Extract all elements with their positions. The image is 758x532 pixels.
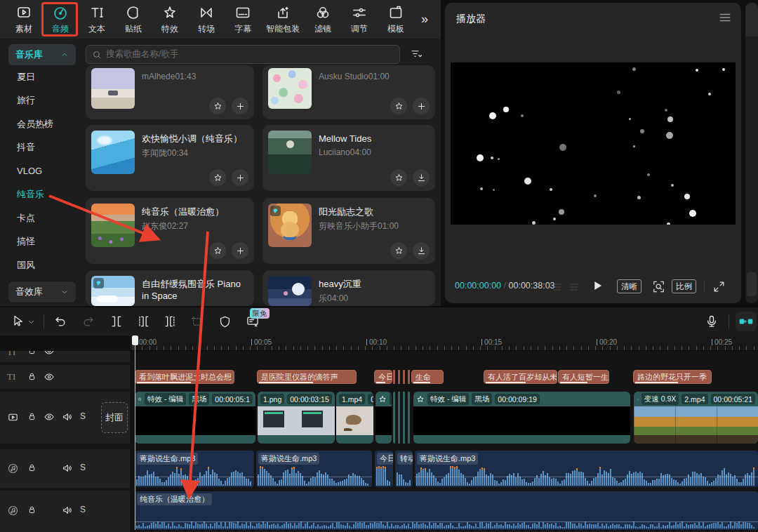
video-clip[interactable]: 1.png 00:00:03:15 xyxy=(258,392,335,444)
sidebar-item-funny[interactable]: 搞怪 xyxy=(4,230,81,254)
favorite-button[interactable] xyxy=(390,242,407,259)
text-clip[interactable]: 路边的野花只开一季 xyxy=(633,370,712,384)
video-clip[interactable]: 特 xyxy=(375,392,392,444)
tab-transition[interactable]: 转场 xyxy=(188,3,225,36)
sound-effects-button[interactable]: 音效库 xyxy=(8,281,76,302)
music-card[interactable]: 欢快愉悦小调（纯音乐） 李闻陇00:34 xyxy=(86,125,254,191)
playhead-handle[interactable] xyxy=(132,335,138,345)
favorite-button[interactable] xyxy=(209,242,226,259)
favorite-button[interactable] xyxy=(209,169,226,186)
sidebar-item-summer[interactable]: 夏日 xyxy=(4,65,81,89)
mask-button[interactable] xyxy=(215,312,234,331)
fullscreen-icon[interactable] xyxy=(712,280,726,293)
sidebar-item-beat[interactable]: 卡点 xyxy=(4,206,81,230)
lock-icon[interactable] xyxy=(27,505,37,515)
text-clip[interactable]: 生命 xyxy=(411,370,444,384)
eye-icon[interactable] xyxy=(44,371,55,383)
music-card[interactable]: Ausku Studio01:00 xyxy=(262,65,435,119)
audio-clip[interactable]: 蒋勋说生命.mp3 xyxy=(415,451,758,487)
add-to-track-button[interactable] xyxy=(232,98,248,114)
quality-button[interactable]: 清晰 xyxy=(617,279,641,293)
sidebar-item-chinese-style[interactable]: 国风 xyxy=(4,253,81,277)
undo-button[interactable] xyxy=(51,312,70,331)
filter-button[interactable] xyxy=(407,46,425,63)
eye-icon[interactable] xyxy=(44,411,55,423)
tab-effects[interactable]: 特效 xyxy=(152,3,188,36)
eye-icon[interactable] xyxy=(44,351,55,357)
select-tool-dropdown[interactable] xyxy=(25,312,36,331)
collapsed-settings-panel[interactable] xyxy=(745,3,758,303)
text-clip[interactable]: 今日 xyxy=(374,370,392,384)
music-card[interactable]: 自由舒缓氛围音乐 Piano in Space xyxy=(86,270,254,306)
download-button[interactable] xyxy=(413,169,430,186)
audio-clip[interactable]: 蒋勋说生命.mp3 xyxy=(256,451,372,487)
record-voiceover-button[interactable] xyxy=(702,312,722,331)
add-to-track-button[interactable] xyxy=(413,98,430,114)
queue-icon-2[interactable] xyxy=(568,281,580,293)
add-to-track-button[interactable] xyxy=(232,169,248,186)
music-library-button[interactable]: 音乐库 xyxy=(8,44,76,65)
sidebar-item-pure-music[interactable]: 纯音乐 xyxy=(4,183,81,207)
expand-tabs-button[interactable]: » xyxy=(414,3,435,36)
favorite-button[interactable] xyxy=(209,98,226,114)
sidebar-item-douyin[interactable]: 抖音 xyxy=(4,136,81,160)
add-to-track-button[interactable] xyxy=(232,242,248,259)
audio-clip[interactable]: 今日 xyxy=(375,451,393,487)
download-button[interactable] xyxy=(413,242,430,259)
play-button[interactable] xyxy=(591,279,604,292)
audio-clip[interactable]: 转动 xyxy=(395,451,413,487)
panel-expand-handle[interactable] xyxy=(747,272,757,296)
favorite-button[interactable] xyxy=(390,169,407,186)
solo-icon[interactable]: S xyxy=(80,463,86,472)
mute-icon[interactable] xyxy=(62,411,73,423)
compressed-video-clips[interactable] xyxy=(393,392,411,444)
ratio-button[interactable]: 比例 xyxy=(672,279,696,293)
text-clip[interactable]: 有人短暂一生 xyxy=(558,370,609,384)
music-card-pure-music[interactable]: 纯音乐（温暖治愈） 赵东俊02:27 xyxy=(86,198,254,264)
tab-filter[interactable]: 滤镜 xyxy=(305,3,341,36)
compressed-text-clips[interactable] xyxy=(393,370,411,384)
tab-adjust[interactable]: 调节 xyxy=(341,3,378,36)
queue-icon[interactable] xyxy=(552,281,563,293)
redo-button[interactable] xyxy=(79,312,98,331)
tab-media[interactable]: 素材 xyxy=(6,3,42,36)
tab-subtitle[interactable]: 字幕 xyxy=(225,3,261,36)
lock-icon[interactable] xyxy=(27,463,37,473)
favorite-button[interactable] xyxy=(390,98,407,114)
audio-clip[interactable]: 蒋勋说生命.mp3 xyxy=(135,451,254,487)
tab-text[interactable]: 文本 xyxy=(79,3,115,36)
timeline-ruler[interactable]: 00:00 00:05 00:10 00:15 00:20 00:25 xyxy=(130,335,758,351)
player-menu-icon[interactable] xyxy=(719,13,731,22)
solo-icon[interactable]: S xyxy=(80,505,86,514)
cover-button[interactable]: 封面 xyxy=(101,402,128,433)
sidebar-item-member-hot[interactable]: 会员热榜 xyxy=(4,112,81,136)
music-card[interactable]: 阳光励志之歌 剪映音乐小助手01:00 xyxy=(262,198,435,264)
lock-icon[interactable] xyxy=(27,411,37,422)
mute-icon[interactable] xyxy=(62,505,73,516)
tab-smart-package[interactable]: 智能包装 xyxy=(261,3,305,36)
video-clip[interactable]: 变速 0.9X 2.mp4 00:00:05:21 xyxy=(634,392,758,444)
tab-sticker[interactable]: 贴纸 xyxy=(115,3,152,36)
music-card[interactable]: Mellow Tides Luciiano04:00 xyxy=(262,125,435,191)
focus-zoom-icon[interactable] xyxy=(652,280,665,293)
text-clip[interactable]: 有人活了百岁却从未 xyxy=(484,370,557,384)
music-card[interactable]: mAlhede01:43 xyxy=(86,65,254,119)
lock-icon[interactable] xyxy=(27,351,37,356)
search-input[interactable]: 搜索歌曲名称/歌手 xyxy=(86,45,400,64)
sidebar-item-vlog[interactable]: VLOG xyxy=(4,159,81,183)
crop-button[interactable] xyxy=(187,312,206,331)
solo-icon[interactable]: S xyxy=(80,411,86,421)
text-clip[interactable]: 看到落叶飘进泥土时总会想 xyxy=(135,370,234,384)
tab-audio[interactable]: 音频 xyxy=(42,3,79,36)
video-clip[interactable]: 特效 - 编辑 黑场 00:00:05:1 xyxy=(135,392,255,444)
split-right-button[interactable] xyxy=(160,312,180,331)
video-clip[interactable]: 1.mp4 0 xyxy=(336,392,373,444)
sidebar-item-travel[interactable]: 旅行 xyxy=(4,89,81,113)
video-clip[interactable]: 特效 - 编辑 黑场 00:00:09:19 xyxy=(413,392,630,444)
split-left-button[interactable] xyxy=(133,312,153,331)
text-clip[interactable]: 是医院里仪器的滴答声 xyxy=(257,370,357,384)
music-audio-clip[interactable]: 纯音乐（温暖治愈） xyxy=(135,491,758,530)
lock-icon[interactable] xyxy=(27,371,37,382)
mute-icon[interactable] xyxy=(62,463,73,474)
music-card[interactable]: heavy沉重 乐04:00 xyxy=(262,270,435,306)
